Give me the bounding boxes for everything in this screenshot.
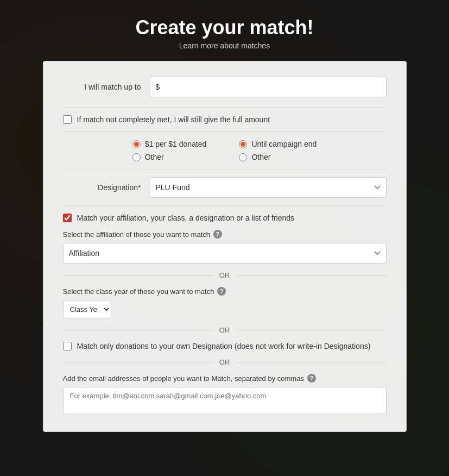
affiliation-help-icon[interactable]: ? (213, 230, 222, 239)
or-text-1: OR (219, 271, 230, 279)
affiliation-question-row: Select the affiliation of those you want… (63, 230, 387, 239)
full-amount-checkbox[interactable] (63, 115, 72, 124)
full-amount-row: If match not completely met, I will stil… (63, 115, 387, 124)
divider-4 (63, 205, 387, 206)
match-amount-row: I will match up to (63, 77, 387, 97)
or-divider-2: OR (63, 326, 387, 334)
class-help-icon[interactable]: ? (217, 287, 226, 296)
radio-col-right: Until campaign end Other (239, 140, 317, 161)
or-divider-1: OR (63, 271, 387, 279)
affiliation-checkbox-row: Match your affiliation, your class, a de… (63, 214, 387, 222)
email-question-text: Add the email addresses of people you wa… (63, 374, 304, 383)
divider-3 (63, 169, 387, 170)
full-amount-label: If match not completely met, I will stil… (77, 115, 270, 124)
radio-other-right[interactable] (239, 153, 247, 161)
affiliation-section: Select the affiliation of those you want… (63, 230, 387, 416)
radio-other-left[interactable] (132, 153, 141, 161)
designation-label: Designation* (63, 183, 150, 192)
radio-other-left-label: Other (145, 153, 164, 161)
designation-select[interactable]: PLU Fund (150, 177, 387, 198)
match-amount-input[interactable] (150, 77, 387, 97)
designation-only-checkbox[interactable] (63, 342, 72, 350)
divider-2 (63, 131, 387, 132)
radio-campaign-end[interactable] (239, 140, 247, 148)
radio-row-campaign-end: Until campaign end (239, 140, 317, 148)
or-text-3: OR (219, 358, 230, 366)
radio-per-dollar[interactable] (132, 140, 141, 148)
radio-section: $1 per $1 donated Other Until campaign e… (63, 140, 387, 161)
page-subtitle: Learn more about matches (179, 41, 270, 50)
affiliation-checkbox-label: Match your affiliation, your class, a de… (77, 214, 295, 222)
affiliation-question-text: Select the affiliation of those you want… (63, 230, 210, 239)
radio-campaign-end-label: Until campaign end (251, 140, 317, 148)
email-help-icon[interactable]: ? (307, 374, 316, 383)
radio-col-left: $1 per $1 donated Other (132, 140, 207, 161)
class-question-row: Select the class year of those you want … (63, 287, 387, 296)
affiliation-checkbox[interactable] (63, 214, 72, 222)
form-card: I will match up to If match not complete… (43, 61, 407, 432)
radio-other-right-label: Other (251, 153, 270, 161)
class-year-select[interactable]: Class Ye (63, 300, 111, 318)
email-input[interactable] (63, 387, 387, 414)
email-question-row: Add the email addresses of people you wa… (63, 374, 387, 383)
or-text-2: OR (219, 326, 230, 334)
radio-row-other-left: Other (132, 153, 207, 161)
or-divider-3: OR (63, 358, 387, 366)
radio-row-other-right: Other (239, 153, 317, 161)
match-amount-label: I will match up to (63, 83, 150, 91)
radio-row-per-dollar: $1 per $1 donated (132, 140, 207, 148)
page-title: Create your match! (135, 16, 313, 39)
designation-checkbox-row: Match only donations to your own Designa… (63, 342, 387, 350)
divider-1 (63, 107, 387, 108)
affiliation-select[interactable]: Affiliation (63, 243, 387, 264)
class-question-text: Select the class year of those you want … (63, 287, 214, 296)
designation-row: Designation* PLU Fund (63, 177, 387, 198)
radio-per-dollar-label: $1 per $1 donated (145, 140, 207, 148)
designation-only-label: Match only donations to your own Designa… (77, 342, 371, 350)
